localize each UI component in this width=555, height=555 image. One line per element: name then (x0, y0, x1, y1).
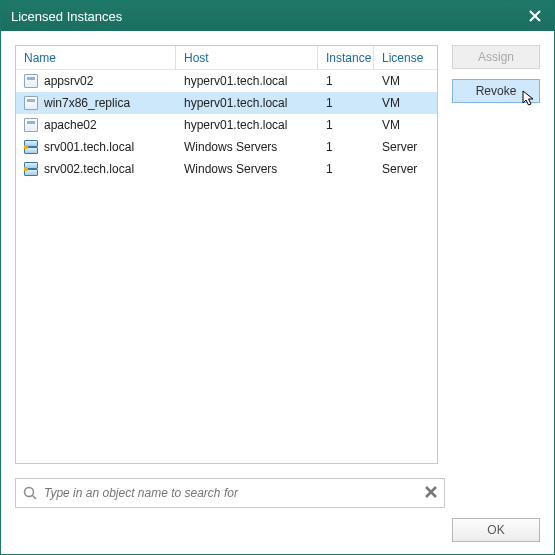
cell-instance: 1 (318, 96, 374, 110)
column-header-instance[interactable]: Instance (318, 46, 374, 69)
cell-host: Windows Servers (176, 162, 318, 176)
main-area: Name Host Instance License appsrv02hyper… (15, 45, 540, 464)
cell-license: VM (374, 96, 437, 110)
table-header: Name Host Instance License (16, 46, 437, 70)
cell-host: hyperv01.tech.local (176, 118, 318, 132)
cell-instance: 1 (318, 162, 374, 176)
column-header-license[interactable]: License (374, 46, 437, 69)
revoke-button-label: Revoke (476, 84, 517, 98)
svg-point-2 (25, 488, 34, 497)
table-rows: appsrv02hyperv01.tech.local1VMwin7x86_re… (16, 70, 437, 463)
cell-name: srv001.tech.local (44, 140, 134, 154)
ok-button[interactable]: OK (452, 518, 540, 542)
server-icon (24, 140, 38, 154)
table-row[interactable]: appsrv02hyperv01.tech.local1VM (16, 70, 437, 92)
table-row[interactable]: win7x86_replicahyperv01.tech.local1VM (16, 92, 437, 114)
column-header-host[interactable]: Host (176, 46, 318, 69)
clear-search-button[interactable] (424, 485, 438, 502)
cell-instance: 1 (318, 74, 374, 88)
title-bar: Licensed Instances (1, 1, 554, 31)
cell-host: hyperv01.tech.local (176, 96, 318, 110)
close-icon (529, 10, 541, 22)
table-row[interactable]: apache02hyperv01.tech.local1VM (16, 114, 437, 136)
dialog-body: Name Host Instance License appsrv02hyper… (1, 31, 554, 554)
cell-name: win7x86_replica (44, 96, 130, 110)
search-icon (22, 485, 38, 501)
clear-icon (424, 485, 438, 499)
search-input[interactable] (38, 486, 424, 500)
table-row[interactable]: srv001.tech.localWindows Servers1Server (16, 136, 437, 158)
search-box (15, 478, 445, 508)
svg-line-3 (33, 496, 37, 500)
licensed-instances-dialog: Licensed Instances Name Host Instance Li… (0, 0, 555, 555)
cell-license: Server (374, 162, 437, 176)
dialog-footer: OK (15, 508, 540, 542)
cell-instance: 1 (318, 118, 374, 132)
server-icon (24, 162, 38, 176)
assign-button[interactable]: Assign (452, 45, 540, 69)
close-button[interactable] (526, 7, 544, 25)
column-header-name[interactable]: Name (16, 46, 176, 69)
cell-license: VM (374, 118, 437, 132)
cell-license: Server (374, 140, 437, 154)
cell-host: Windows Servers (176, 140, 318, 154)
cell-name: apache02 (44, 118, 97, 132)
cell-license: VM (374, 74, 437, 88)
vm-icon (24, 74, 38, 88)
cell-instance: 1 (318, 140, 374, 154)
cell-name: srv002.tech.local (44, 162, 134, 176)
cursor-icon (522, 90, 536, 108)
table-row[interactable]: srv002.tech.localWindows Servers1Server (16, 158, 437, 180)
cell-host: hyperv01.tech.local (176, 74, 318, 88)
revoke-button[interactable]: Revoke (452, 79, 540, 103)
cell-name: appsrv02 (44, 74, 93, 88)
instances-table: Name Host Instance License appsrv02hyper… (15, 45, 438, 464)
side-panel: Assign Revoke (452, 45, 540, 464)
window-title: Licensed Instances (11, 9, 122, 24)
vm-icon (24, 118, 38, 132)
vm-icon (24, 96, 38, 110)
